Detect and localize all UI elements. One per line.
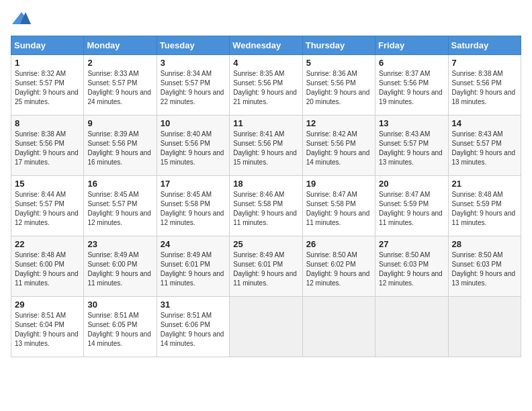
day-number: 1 bbox=[15, 58, 80, 68]
calendar-cell: 27Sunrise: 8:50 AMSunset: 6:03 PMDayligh… bbox=[375, 236, 448, 297]
calendar-week-row: 1Sunrise: 8:32 AMSunset: 5:57 PMDaylight… bbox=[11, 55, 521, 116]
day-info: Sunrise: 8:50 AMSunset: 6:03 PMDaylight:… bbox=[452, 251, 516, 287]
day-number: 26 bbox=[306, 239, 371, 249]
logo-icon bbox=[12, 11, 31, 26]
day-info: Sunrise: 8:51 AMSunset: 6:05 PMDaylight:… bbox=[87, 312, 151, 347]
day-info: Sunrise: 8:50 AMSunset: 6:03 PMDaylight:… bbox=[379, 251, 443, 287]
calendar-week-row: 29Sunrise: 8:51 AMSunset: 6:04 PMDayligh… bbox=[11, 297, 521, 357]
weekday-header-monday: Monday bbox=[84, 36, 157, 55]
calendar-cell: 30Sunrise: 8:51 AMSunset: 6:05 PMDayligh… bbox=[84, 297, 157, 357]
day-info: Sunrise: 8:50 AMSunset: 6:02 PMDaylight:… bbox=[306, 251, 370, 287]
calendar-cell: 7Sunrise: 8:38 AMSunset: 5:56 PMDaylight… bbox=[448, 55, 521, 116]
day-info: Sunrise: 8:40 AMSunset: 5:56 PMDaylight:… bbox=[161, 130, 224, 166]
day-number: 7 bbox=[452, 58, 517, 68]
calendar-cell: 12Sunrise: 8:42 AMSunset: 5:56 PMDayligh… bbox=[302, 116, 375, 176]
weekday-header-sunday: Sunday bbox=[11, 36, 84, 55]
day-number: 13 bbox=[379, 118, 444, 128]
day-number: 6 bbox=[379, 58, 444, 68]
day-info: Sunrise: 8:36 AMSunset: 5:56 PMDaylight:… bbox=[306, 70, 370, 105]
calendar-cell: 20Sunrise: 8:47 AMSunset: 5:59 PMDayligh… bbox=[375, 176, 448, 236]
day-info: Sunrise: 8:48 AMSunset: 5:59 PMDaylight:… bbox=[452, 191, 516, 226]
day-number: 14 bbox=[452, 118, 517, 128]
day-number: 11 bbox=[233, 118, 298, 128]
day-info: Sunrise: 8:48 AMSunset: 6:00 PMDaylight:… bbox=[15, 251, 79, 287]
calendar-cell: 25Sunrise: 8:49 AMSunset: 6:01 PMDayligh… bbox=[230, 236, 302, 297]
day-info: Sunrise: 8:37 AMSunset: 5:56 PMDaylight:… bbox=[379, 70, 443, 105]
day-number: 20 bbox=[379, 179, 444, 189]
day-info: Sunrise: 8:46 AMSunset: 5:58 PMDaylight:… bbox=[233, 191, 297, 226]
day-number: 16 bbox=[87, 179, 152, 189]
day-info: Sunrise: 8:38 AMSunset: 5:56 PMDaylight:… bbox=[15, 130, 79, 166]
calendar-week-row: 8Sunrise: 8:38 AMSunset: 5:56 PMDaylight… bbox=[11, 116, 521, 176]
page-header bbox=[11, 11, 521, 29]
day-number: 5 bbox=[306, 58, 371, 68]
day-info: Sunrise: 8:51 AMSunset: 6:06 PMDaylight:… bbox=[161, 312, 224, 347]
day-number: 8 bbox=[15, 118, 80, 128]
calendar-cell: 4Sunrise: 8:35 AMSunset: 5:56 PMDaylight… bbox=[230, 55, 302, 116]
calendar-cell: 18Sunrise: 8:46 AMSunset: 5:58 PMDayligh… bbox=[230, 176, 302, 236]
day-number: 28 bbox=[452, 239, 517, 249]
weekday-header-tuesday: Tuesday bbox=[157, 36, 229, 55]
calendar-cell: 13Sunrise: 8:43 AMSunset: 5:57 PMDayligh… bbox=[375, 116, 448, 176]
calendar-cell: 5Sunrise: 8:36 AMSunset: 5:56 PMDaylight… bbox=[302, 55, 375, 116]
day-number: 10 bbox=[161, 118, 226, 128]
day-info: Sunrise: 8:32 AMSunset: 5:57 PMDaylight:… bbox=[15, 70, 79, 105]
calendar-cell: 1Sunrise: 8:32 AMSunset: 5:57 PMDaylight… bbox=[11, 55, 84, 116]
day-info: Sunrise: 8:33 AMSunset: 5:57 PMDaylight:… bbox=[87, 70, 151, 105]
calendar-table: SundayMondayTuesdayWednesdayThursdayFrid… bbox=[11, 36, 521, 357]
day-number: 30 bbox=[87, 300, 152, 310]
calendar-cell: 31Sunrise: 8:51 AMSunset: 6:06 PMDayligh… bbox=[157, 297, 229, 357]
calendar-cell: 24Sunrise: 8:49 AMSunset: 6:01 PMDayligh… bbox=[157, 236, 229, 297]
weekday-header-friday: Friday bbox=[375, 36, 448, 55]
weekday-header-wednesday: Wednesday bbox=[230, 36, 302, 55]
day-number: 31 bbox=[161, 300, 226, 310]
calendar-cell: 22Sunrise: 8:48 AMSunset: 6:00 PMDayligh… bbox=[11, 236, 84, 297]
day-info: Sunrise: 8:35 AMSunset: 5:56 PMDaylight:… bbox=[233, 70, 297, 105]
calendar-cell: 17Sunrise: 8:45 AMSunset: 5:58 PMDayligh… bbox=[157, 176, 229, 236]
calendar-cell: 2Sunrise: 8:33 AMSunset: 5:57 PMDaylight… bbox=[84, 55, 157, 116]
calendar-cell: 19Sunrise: 8:47 AMSunset: 5:58 PMDayligh… bbox=[302, 176, 375, 236]
calendar-week-row: 22Sunrise: 8:48 AMSunset: 6:00 PMDayligh… bbox=[11, 236, 521, 297]
day-info: Sunrise: 8:44 AMSunset: 5:57 PMDaylight:… bbox=[15, 191, 79, 226]
calendar-cell bbox=[230, 297, 302, 357]
day-number: 23 bbox=[87, 239, 152, 249]
calendar-cell: 11Sunrise: 8:41 AMSunset: 5:56 PMDayligh… bbox=[230, 116, 302, 176]
calendar-cell: 8Sunrise: 8:38 AMSunset: 5:56 PMDaylight… bbox=[11, 116, 84, 176]
day-number: 12 bbox=[306, 118, 371, 128]
day-number: 24 bbox=[161, 239, 226, 249]
day-info: Sunrise: 8:38 AMSunset: 5:56 PMDaylight:… bbox=[452, 70, 516, 105]
day-info: Sunrise: 8:47 AMSunset: 5:58 PMDaylight:… bbox=[306, 191, 370, 226]
day-number: 2 bbox=[87, 58, 152, 68]
calendar-cell: 29Sunrise: 8:51 AMSunset: 6:04 PMDayligh… bbox=[11, 297, 84, 357]
day-number: 22 bbox=[15, 239, 80, 249]
day-info: Sunrise: 8:49 AMSunset: 6:01 PMDaylight:… bbox=[161, 251, 224, 287]
day-number: 27 bbox=[379, 239, 444, 249]
day-number: 3 bbox=[161, 58, 226, 68]
calendar-cell: 6Sunrise: 8:37 AMSunset: 5:56 PMDaylight… bbox=[375, 55, 448, 116]
day-info: Sunrise: 8:43 AMSunset: 5:57 PMDaylight:… bbox=[452, 130, 516, 166]
calendar-cell: 9Sunrise: 8:39 AMSunset: 5:56 PMDaylight… bbox=[84, 116, 157, 176]
day-info: Sunrise: 8:43 AMSunset: 5:57 PMDaylight:… bbox=[379, 130, 443, 166]
day-number: 25 bbox=[233, 239, 298, 249]
day-info: Sunrise: 8:51 AMSunset: 6:04 PMDaylight:… bbox=[15, 312, 79, 347]
calendar-cell: 16Sunrise: 8:45 AMSunset: 5:57 PMDayligh… bbox=[84, 176, 157, 236]
day-info: Sunrise: 8:47 AMSunset: 5:59 PMDaylight:… bbox=[379, 191, 443, 226]
calendar-cell: 14Sunrise: 8:43 AMSunset: 5:57 PMDayligh… bbox=[448, 116, 521, 176]
calendar-cell: 21Sunrise: 8:48 AMSunset: 5:59 PMDayligh… bbox=[448, 176, 521, 236]
calendar-cell: 28Sunrise: 8:50 AMSunset: 6:03 PMDayligh… bbox=[448, 236, 521, 297]
calendar-cell bbox=[302, 297, 375, 357]
day-info: Sunrise: 8:45 AMSunset: 5:57 PMDaylight:… bbox=[87, 191, 151, 226]
day-info: Sunrise: 8:34 AMSunset: 5:57 PMDaylight:… bbox=[161, 70, 224, 105]
calendar-cell: 15Sunrise: 8:44 AMSunset: 5:57 PMDayligh… bbox=[11, 176, 84, 236]
day-info: Sunrise: 8:42 AMSunset: 5:56 PMDaylight:… bbox=[306, 130, 370, 166]
day-number: 17 bbox=[161, 179, 226, 189]
day-info: Sunrise: 8:41 AMSunset: 5:56 PMDaylight:… bbox=[233, 130, 297, 166]
day-number: 4 bbox=[233, 58, 298, 68]
day-info: Sunrise: 8:49 AMSunset: 6:01 PMDaylight:… bbox=[233, 251, 297, 287]
calendar-week-row: 15Sunrise: 8:44 AMSunset: 5:57 PMDayligh… bbox=[11, 176, 521, 236]
day-info: Sunrise: 8:45 AMSunset: 5:58 PMDaylight:… bbox=[161, 191, 224, 226]
weekday-header-row: SundayMondayTuesdayWednesdayThursdayFrid… bbox=[11, 36, 521, 55]
day-info: Sunrise: 8:39 AMSunset: 5:56 PMDaylight:… bbox=[87, 130, 151, 166]
weekday-header-saturday: Saturday bbox=[448, 36, 521, 55]
logo bbox=[11, 11, 31, 29]
